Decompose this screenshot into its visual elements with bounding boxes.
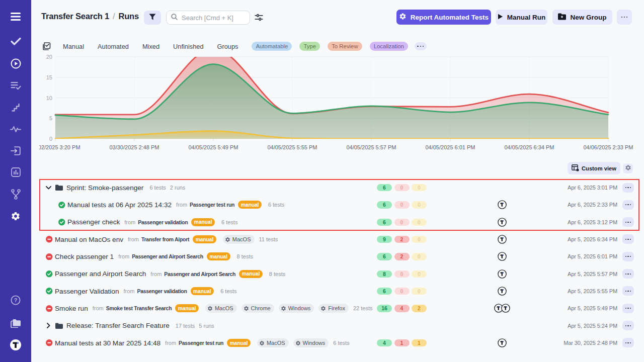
sidebar-item-play-circle[interactable] [0, 56, 31, 70]
tab-groups[interactable]: Groups [217, 43, 238, 50]
group-title[interactable]: Release: Transfer Search Feature [66, 322, 170, 329]
group-row[interactable]: Release: Transfer Search Feature17 tests… [31, 317, 644, 334]
avatar[interactable] [498, 235, 507, 244]
run-source[interactable]: Passenger and Airport Search [132, 253, 203, 259]
tag-automatable[interactable]: Automatable [252, 42, 292, 51]
from-label: from [118, 253, 129, 259]
badge-failed: 2 [394, 253, 410, 260]
sidebar-item-steps[interactable] [0, 100, 31, 114]
status-failed-icon [46, 253, 53, 260]
avatar[interactable] [498, 338, 507, 347]
badge-passed: 6 [377, 288, 392, 295]
status-passed-icon [46, 288, 53, 295]
avatar[interactable] [498, 269, 507, 279]
sidebar-item-report-chart[interactable] [0, 165, 31, 179]
sidebar-item-pulse[interactable] [0, 122, 31, 136]
sidebar-item-projects[interactable] [0, 316, 31, 330]
run-source[interactable]: Smoke test Transfer Search [106, 305, 172, 311]
filter-button[interactable] [144, 11, 161, 25]
tags-more-button[interactable] [415, 42, 427, 50]
avatar[interactable] [498, 287, 507, 296]
run-title[interactable]: Manual tests at 06 Apr 2025 14:32 [67, 201, 172, 209]
chevron-down-icon[interactable] [46, 186, 51, 190]
row-menu-button[interactable] [622, 200, 634, 210]
row-menu-button[interactable] [622, 183, 634, 193]
run-source[interactable]: Passenger test run [190, 202, 234, 208]
run-title[interactable]: Check passenger 1 [55, 253, 114, 260]
run-row[interactable]: Passenger ValidationfromPassenger valida… [31, 283, 644, 300]
row-menu-button[interactable] [622, 269, 634, 279]
run-source[interactable]: Transfer from Aiport [141, 236, 189, 242]
report-button-label: Report Automated Tests [411, 14, 489, 21]
new-group-button[interactable]: New Group [552, 10, 612, 25]
group-title[interactable]: Sprint: Smoke-passenger [66, 184, 143, 192]
run-title[interactable]: Passenger check [67, 218, 120, 226]
avatar[interactable] [498, 218, 507, 227]
sidebar-item-menu[interactable] [0, 10, 31, 24]
tune-icon[interactable] [255, 13, 263, 24]
search-box[interactable] [166, 11, 250, 25]
avatar[interactable] [498, 200, 507, 209]
tests-count: 8 tests [269, 271, 285, 277]
result-badges: 1642 [377, 300, 427, 317]
custom-view-button[interactable]: Custom view [568, 162, 620, 174]
run-row[interactable]: Smoke runfromSmoke test Transfer Searchm… [31, 300, 644, 317]
run-title[interactable]: Passenger and Airport Search [55, 270, 146, 278]
sidebar-item-list-check[interactable] [0, 78, 31, 93]
run-title[interactable]: Smoke run [55, 305, 88, 312]
run-row[interactable]: Passenger checkfromPassenger validationm… [31, 214, 644, 231]
chevron-right-icon[interactable] [46, 323, 51, 328]
row-menu-button[interactable] [622, 252, 634, 261]
sidebar-item-check[interactable] [0, 34, 31, 48]
run-row[interactable]: Check passenger 1fromPassenger and Airpo… [31, 248, 644, 265]
from-label: from [124, 219, 135, 225]
tag-type[interactable]: Type [299, 42, 320, 51]
breadcrumb-project[interactable]: Transfer Search 1 [41, 12, 109, 21]
run-date: Apr 5, 2025 6:01 PM [568, 248, 617, 265]
run-date: Apr 5, 2025 5:49 PM [568, 300, 617, 317]
y-axis-label: 0 [49, 136, 52, 142]
svg-text:?: ? [14, 297, 18, 303]
row-menu-button[interactable] [622, 234, 634, 244]
run-source[interactable]: Passenger test run [179, 340, 223, 346]
sidebar-item-help[interactable]: ? [0, 293, 31, 307]
sidebar-item-logo[interactable] [0, 338, 31, 352]
tab-mixed[interactable]: Mixed [142, 43, 159, 50]
tag-to-review[interactable]: To Review [328, 42, 362, 51]
manual-pill: manual [238, 201, 262, 209]
report-automated-tests-button[interactable]: Report Automated Tests [396, 10, 491, 25]
run-row[interactable]: Manual tests at 30 Mar 2025 14:48fromPas… [31, 334, 644, 351]
menu-icon [10, 12, 21, 21]
row-menu-button[interactable] [622, 286, 634, 296]
select-all-icon[interactable] [43, 42, 51, 50]
row-menu-button[interactable] [622, 338, 634, 347]
sidebar-item-gear[interactable] [0, 209, 31, 223]
run-row[interactable]: Manual on MacOs envfromTransfer from Aip… [31, 231, 644, 248]
run-source[interactable]: Passenger and Airport Search [164, 271, 235, 277]
group-row[interactable]: Sprint: Smoke-passenger6 tests2 runs600A… [31, 179, 644, 196]
x-axis-label: 04/05/2025 5:55 PM [267, 144, 317, 150]
tab-manual[interactable]: Manual [63, 43, 84, 50]
view-settings-button[interactable] [623, 163, 633, 173]
header-more-button[interactable] [617, 10, 632, 25]
row-menu-button[interactable] [622, 217, 634, 227]
run-title[interactable]: Passenger Validation [55, 288, 119, 295]
run-source[interactable]: Passenger validation [138, 219, 188, 225]
ellipsis-icon [625, 342, 631, 343]
avatar[interactable] [498, 252, 507, 261]
run-row[interactable]: Manual tests at 06 Apr 2025 14:32fromPas… [31, 196, 644, 213]
tab-automated[interactable]: Automated [98, 43, 129, 50]
sidebar-item-branch[interactable] [0, 187, 31, 201]
avatar[interactable] [501, 304, 510, 313]
run-title[interactable]: Manual tests at 30 Mar 2025 14:48 [55, 339, 160, 347]
badge-skipped: 0 [412, 201, 427, 209]
row-menu-button[interactable] [622, 304, 634, 313]
tab-unfinished[interactable]: Unfinished [173, 43, 203, 50]
row-menu-button[interactable] [622, 321, 634, 330]
run-source[interactable]: Passenger validation [137, 288, 187, 294]
tag-localization[interactable]: Localization [370, 42, 408, 51]
sidebar-item-import[interactable] [0, 144, 31, 158]
run-title[interactable]: Manual on MacOs env [55, 236, 123, 243]
run-row[interactable]: Passenger and Airport SearchfromPassenge… [31, 265, 644, 283]
manual-run-button[interactable]: Manual Run [496, 10, 547, 25]
